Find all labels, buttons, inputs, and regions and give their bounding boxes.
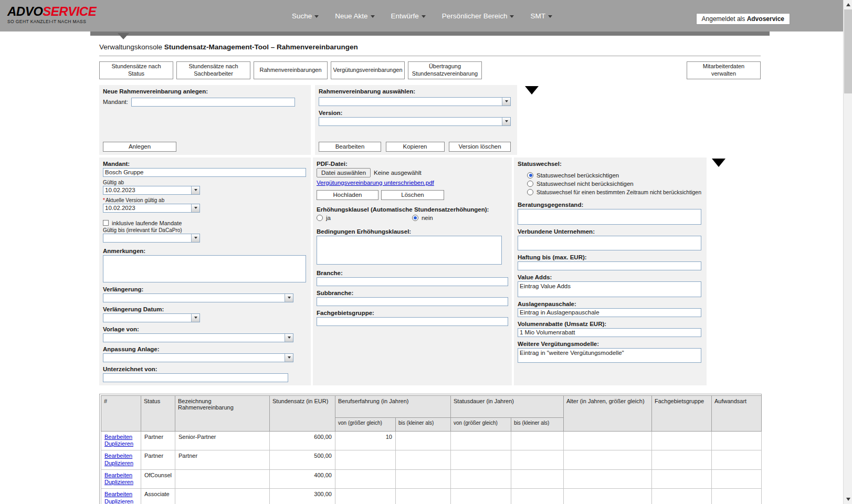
version-select[interactable]: [319, 117, 511, 126]
bearbeiten-link[interactable]: Bearbeiten: [104, 472, 138, 479]
stundensatz-cell: 500,00: [270, 450, 335, 470]
duplizieren-link[interactable]: Duplizieren: [104, 498, 138, 504]
value-adds-textarea[interactable]: Eintrag Value Adds: [518, 281, 701, 297]
fachgebietsgruppe-input[interactable]: [317, 317, 508, 326]
radio-statuswechsel-beruecksichtigen[interactable]: Statuswechsel berücksichtigen: [527, 172, 703, 178]
auslagenpauschale-label: Auslagenpauschale:: [518, 301, 703, 307]
status-cell: OfCounsel: [141, 469, 175, 489]
dropdown-arrow-icon[interactable]: [191, 204, 199, 212]
branche-input[interactable]: [317, 277, 508, 286]
login-status: Angemeldet als Advoservice: [696, 13, 790, 25]
title-divider: [99, 56, 761, 56]
verlaengerung-datum-value: [103, 314, 191, 322]
datei-auswaehlen-button[interactable]: Datei auswählen: [317, 168, 371, 177]
table-row: Bearbeiten Duplizieren Associate 300,00: [101, 489, 762, 504]
mandant-detail-input[interactable]: [103, 168, 306, 177]
auslagenpauschale-input[interactable]: [518, 308, 701, 317]
agreement-select[interactable]: [319, 97, 511, 106]
radio-icon: [412, 215, 418, 221]
pdf-panel: PDF-Datei: Datei auswählen Keine ausgewä…: [313, 158, 512, 385]
bearbeiten-link[interactable]: Bearbeiten: [104, 434, 138, 441]
anmerkungen-textarea[interactable]: [103, 255, 306, 282]
weitere-verguetungsmodelle-textarea[interactable]: Eintrag in "weitere Vergütungsmodelle": [518, 348, 701, 363]
aktuelle-version-label-row: *Aktuelle Version gültig ab: [103, 197, 307, 203]
hochladen-button[interactable]: Hochladen: [317, 190, 378, 200]
gueltig-bis-select[interactable]: [103, 234, 200, 243]
radio-nein[interactable]: nein: [412, 215, 433, 221]
bezeichnung-cell: [175, 469, 270, 489]
scroll-up-button[interactable]: [844, 1, 852, 9]
nav-item-suche[interactable]: Suche: [292, 12, 319, 20]
gueltig-ab-select[interactable]: 10.02.2023: [103, 186, 200, 195]
volumenrabatte-input[interactable]: [518, 328, 701, 337]
radio-icon: [527, 189, 533, 195]
tab-rahmenvereinbarungen[interactable]: Rahmenvereinbarungen: [254, 61, 328, 79]
loeschen-button[interactable]: Löschen: [381, 190, 444, 200]
beruf-von-cell: [335, 469, 396, 489]
app-window: ADVOSERVICE SO GEHT KANZLEI-IT NACH MASS…: [0, 0, 852, 504]
kopieren-button[interactable]: Kopieren: [386, 142, 445, 152]
dropdown-arrow-icon[interactable]: [191, 234, 199, 242]
beratungsgegenstand-textarea[interactable]: [518, 209, 701, 225]
tab-uebertragung-stundensatzvereinbarung[interactable]: Übertragung Stundensatzvereinbarung: [408, 61, 482, 79]
content-divider-bar: [90, 32, 770, 36]
dauer-bis-cell: [511, 469, 564, 489]
actions-cell: Bearbeiten Duplizieren: [101, 469, 141, 489]
subbranche-label: Subbranche:: [317, 290, 508, 296]
verlaengerung-datum-select[interactable]: [103, 313, 200, 322]
aktuelle-version-select[interactable]: 10.02.2023: [103, 204, 200, 213]
tab-stundensaetze-nach-sachbearbeiter[interactable]: Stundensätze nach Sachbearbeiter: [176, 61, 250, 79]
tab-verguetungsvereinbarungen[interactable]: Vergütungsvereinbarungen: [331, 61, 405, 79]
bearbeiten-link[interactable]: Bearbeiten: [104, 453, 138, 460]
verlaengerung-select[interactable]: [103, 293, 293, 302]
value-adds-label: Value Adds:: [518, 274, 703, 280]
radio-statuswechsel-zeitraum[interactable]: Statuswechsel für einen bestimmten Zeitr…: [527, 189, 703, 195]
radio-ja-label: ja: [326, 215, 331, 221]
stundensatz-cell: 400,00: [270, 469, 335, 489]
dropdown-arrow-icon[interactable]: [285, 354, 293, 362]
scrollbar-thumb[interactable]: [844, 9, 852, 93]
dropdown-arrow-icon[interactable]: [191, 314, 199, 322]
vorlage-von-select[interactable]: [103, 333, 293, 342]
dropdown-arrow-icon[interactable]: [502, 98, 510, 106]
anpassung-anlage-select[interactable]: [103, 353, 293, 362]
dropdown-arrow-icon[interactable]: [502, 118, 510, 125]
version-loeschen-button[interactable]: Version löschen: [449, 142, 511, 152]
nav-item-persoenlicher-bereich[interactable]: Persönlicher Bereich: [442, 12, 514, 20]
dropdown-arrow-icon[interactable]: [191, 186, 199, 194]
duplizieren-link[interactable]: Duplizieren: [104, 479, 138, 486]
beruf-bis-cell: [396, 489, 451, 504]
pdf-file-link[interactable]: Vergütungsvereinbarung unterschrieben.pd…: [317, 180, 434, 186]
nav-item-neue-akte[interactable]: Neue Akte: [335, 12, 374, 20]
sub-header-von: von (größer gleich): [335, 417, 396, 431]
mitarbeiterdaten-verwalten-button[interactable]: Mitarbeiterdaten verwalten: [687, 61, 761, 79]
bedingungen-textarea[interactable]: [317, 236, 502, 265]
brand-tagline: SO GEHT KANZLEI-IT NACH MASS: [7, 19, 96, 24]
verbundene-unternehmen-textarea[interactable]: [518, 236, 701, 250]
haftung-bis-input[interactable]: [518, 261, 701, 270]
col-header-stundensatz: Stundensatz (in EUR): [270, 395, 335, 431]
anlegen-button[interactable]: Anlegen: [103, 142, 176, 152]
duplizieren-link[interactable]: Duplizieren: [104, 440, 138, 448]
verlaengerung-value: [103, 294, 285, 302]
radio-ja[interactable]: ja: [317, 215, 331, 221]
alter-cell: [564, 489, 652, 504]
unterzeichnet-von-input[interactable]: [103, 373, 288, 382]
radio-option-label: Statuswechsel nicht berücksichtigen: [537, 181, 634, 187]
scroll-down-button[interactable]: [844, 495, 852, 503]
subbranche-input[interactable]: [317, 297, 508, 306]
statuswechsel-label: Statuswechsel:: [518, 161, 703, 167]
nav-item-smt[interactable]: SMT: [530, 12, 552, 20]
radio-statuswechsel-nicht-beruecksichtigen[interactable]: Statuswechsel nicht berücksichtigen: [527, 181, 703, 187]
tab-stundensaetze-nach-status[interactable]: Stundensätze nach Status: [99, 61, 173, 79]
bearbeiten-button[interactable]: Bearbeiten: [319, 142, 381, 152]
duplizieren-link[interactable]: Duplizieren: [104, 460, 138, 467]
vertical-scrollbar[interactable]: [843, 0, 852, 504]
inklusive-laufende-mandate-checkbox[interactable]: [103, 220, 109, 226]
bearbeiten-link[interactable]: Bearbeiten: [104, 491, 138, 498]
new-mandant-input[interactable]: [131, 98, 295, 107]
dropdown-arrow-icon[interactable]: [285, 294, 293, 302]
dropdown-arrow-icon[interactable]: [285, 334, 293, 342]
nav-item-entwuerfe[interactable]: Entwürfe: [391, 12, 426, 20]
stundensatz-cell: 600,00: [270, 431, 335, 450]
